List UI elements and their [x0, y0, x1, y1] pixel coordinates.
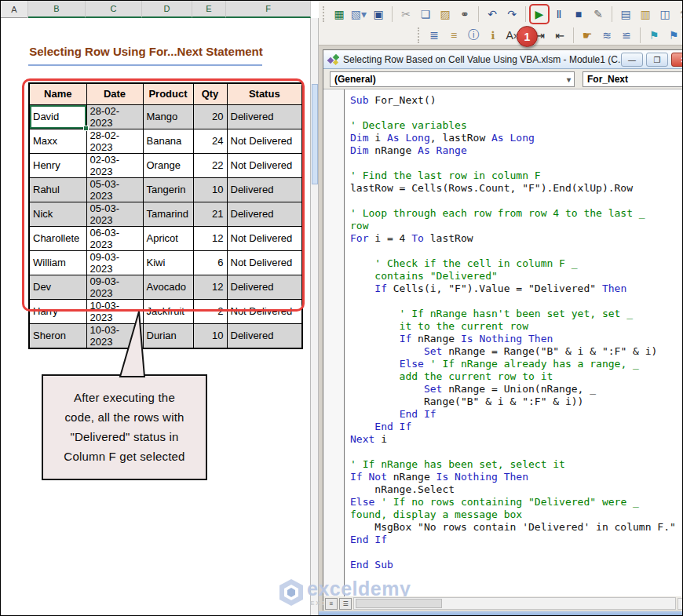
- cell-name[interactable]: Dev: [29, 275, 86, 299]
- cell-product[interactable]: Tamarind: [143, 202, 193, 226]
- cell-product[interactable]: Mango: [143, 104, 193, 129]
- cell-date[interactable]: 09-03-2023: [86, 275, 143, 299]
- column-header-F[interactable]: F: [226, 1, 311, 18]
- column-header-A[interactable]: A: [1, 1, 28, 18]
- cell-date[interactable]: 05-03-2023: [86, 202, 143, 226]
- cell-qty[interactable]: 20: [193, 104, 227, 129]
- insert-userform-icon[interactable]: ▧▾: [350, 5, 367, 23]
- restore-button[interactable]: ❐: [646, 53, 668, 67]
- cell-qty[interactable]: 6: [193, 250, 227, 275]
- comment-block-icon[interactable]: ≋: [598, 27, 615, 44]
- cell-name[interactable]: William: [29, 250, 86, 275]
- parameter-info-icon[interactable]: ℹ: [484, 27, 502, 44]
- cell-name[interactable]: David: [29, 104, 86, 129]
- hscroll-thumb[interactable]: [356, 599, 442, 608]
- procedure-view-button[interactable]: ≡: [325, 598, 338, 610]
- cell-product[interactable]: Kiwi: [143, 250, 193, 275]
- cell-product[interactable]: Banana: [143, 129, 193, 153]
- list-constants-icon[interactable]: ≡: [445, 27, 462, 44]
- table-header-qty[interactable]: Qty: [193, 83, 227, 104]
- cell-date[interactable]: 10-03-2023: [86, 299, 143, 323]
- cell-qty[interactable]: 10: [193, 177, 227, 202]
- cell-date[interactable]: 02-03-2023: [86, 153, 143, 177]
- cell-date[interactable]: 06-03-2023: [86, 226, 143, 250]
- column-header-D[interactable]: D: [142, 1, 192, 18]
- cell-date[interactable]: 28-02-2023: [86, 104, 143, 129]
- run-icon[interactable]: ▶: [531, 5, 548, 23]
- close-button[interactable]: ✕: [671, 53, 683, 67]
- cell-date[interactable]: 09-03-2023: [86, 250, 143, 275]
- undo-icon[interactable]: ↶: [484, 5, 501, 23]
- cell-status[interactable]: Delivered: [227, 275, 302, 299]
- properties-window-icon[interactable]: ▥: [637, 5, 654, 23]
- object-dropdown[interactable]: (General) ▾: [330, 71, 575, 87]
- cell-status[interactable]: Delivered: [227, 202, 302, 226]
- quick-info-icon[interactable]: ⓘ: [465, 27, 482, 44]
- cell-status[interactable]: Delivered: [227, 104, 302, 129]
- object-browser-icon[interactable]: ◫: [656, 5, 674, 23]
- next-bookmark-icon[interactable]: ⚑: [665, 27, 682, 44]
- paste-icon[interactable]: ▨: [436, 5, 454, 23]
- design-mode-icon[interactable]: ✎: [590, 5, 607, 23]
- column-header-E[interactable]: E: [192, 1, 226, 18]
- break-icon[interactable]: Ⅱ: [550, 5, 568, 23]
- cell-name[interactable]: Charollete: [29, 226, 86, 250]
- cell-qty[interactable]: 24: [193, 129, 227, 153]
- cut-icon[interactable]: ✂: [397, 5, 415, 23]
- cell-qty[interactable]: 10: [193, 323, 227, 348]
- redo-icon[interactable]: ↷: [503, 5, 520, 23]
- cell-date[interactable]: 10-03-2023: [86, 323, 143, 348]
- table-header-date[interactable]: Date: [86, 83, 143, 104]
- cell-qty[interactable]: 22: [193, 153, 227, 177]
- list-properties-icon[interactable]: ≣: [426, 27, 443, 44]
- cell-product[interactable]: Jackfruit: [143, 299, 193, 323]
- cell-qty[interactable]: 12: [193, 275, 227, 299]
- table-header-status[interactable]: Status: [227, 83, 302, 104]
- cell-status[interactable]: Not Delivered: [227, 129, 302, 153]
- cell-date[interactable]: 28-02-2023: [86, 129, 143, 153]
- excel-vertical-scrollbar[interactable]: [310, 18, 319, 615]
- cell-status[interactable]: Not Delivered: [227, 299, 302, 323]
- cell-name[interactable]: Harry: [29, 299, 86, 323]
- cell-qty[interactable]: 21: [193, 202, 227, 226]
- copy-icon[interactable]: ❏: [417, 5, 434, 23]
- toggle-breakpoint-icon[interactable]: ☛: [579, 27, 596, 44]
- cell-status[interactable]: Delivered: [227, 323, 302, 348]
- view-excel-icon[interactable]: ▦: [331, 5, 348, 23]
- horizontal-scrollbar[interactable]: ≡ ☰ ›: [323, 596, 683, 611]
- toolbar-grip[interactable]: [323, 6, 326, 22]
- cell-status[interactable]: Not Delivered: [227, 153, 302, 177]
- cell-status[interactable]: Not Delivered: [227, 226, 302, 250]
- minimize-button[interactable]: —: [621, 53, 643, 67]
- hscroll-track[interactable]: [353, 597, 676, 610]
- code-editor[interactable]: Sub For_Next() ' Declare variablesDim i …: [323, 89, 683, 596]
- toolbar-grip[interactable]: [418, 27, 421, 43]
- cell-product[interactable]: Durian: [143, 323, 193, 348]
- toggle-bookmark-icon[interactable]: ⚑: [645, 27, 663, 44]
- outdent-icon[interactable]: ⇤: [551, 27, 568, 44]
- cell-name[interactable]: Nick: [29, 202, 86, 226]
- cell-status[interactable]: Not Delivered: [227, 250, 302, 275]
- uncomment-block-icon[interactable]: ≌: [618, 27, 635, 44]
- cell-product[interactable]: Orange: [143, 153, 193, 177]
- cell-qty[interactable]: 2: [193, 299, 227, 323]
- scrollbar-thumb[interactable]: [312, 84, 318, 184]
- column-header-C[interactable]: C: [86, 1, 142, 18]
- cell-product[interactable]: Avocado: [143, 275, 193, 299]
- project-explorer-icon[interactable]: ▤: [617, 5, 634, 23]
- hscroll-right-arrow[interactable]: ›: [678, 598, 683, 610]
- cell-name[interactable]: Rahul: [29, 177, 86, 202]
- reset-icon[interactable]: ■: [570, 5, 587, 23]
- table-header-name[interactable]: Name: [29, 83, 86, 104]
- cell-date[interactable]: 05-03-2023: [86, 177, 143, 202]
- find-icon[interactable]: ⚭: [456, 5, 473, 23]
- cell-product[interactable]: Apricot: [143, 226, 193, 250]
- save-icon[interactable]: ▣: [370, 5, 387, 23]
- cell-status[interactable]: Delivered: [227, 177, 302, 202]
- column-header-B[interactable]: B: [28, 1, 86, 18]
- toolbox-icon[interactable]: ⚒: [676, 5, 683, 23]
- cell-name[interactable]: Maxx: [29, 129, 86, 153]
- cell-product[interactable]: Tangerin: [143, 177, 193, 202]
- cell-name[interactable]: Henry: [29, 153, 86, 177]
- procedure-dropdown[interactable]: For_Next: [583, 71, 683, 87]
